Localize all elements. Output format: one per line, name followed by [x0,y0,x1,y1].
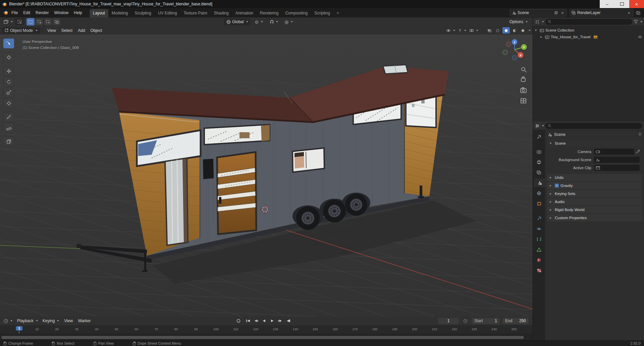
transform-orientation-dropdown[interactable]: Global [224,18,251,25]
timeline-marker-menu[interactable]: Marker [75,317,93,325]
workspace-tab-compositing[interactable]: Compositing [282,9,311,17]
select-mode-subtract-button[interactable] [44,18,52,26]
gravity-checkbox[interactable]: ✓ [555,184,559,188]
outliner-row-collection[interactable]: ▸ Tiny_House_for_Travel [533,34,644,40]
remove-view-layer-icon[interactable]: × [627,10,631,15]
workspace-tab-rendering[interactable]: Rendering [257,9,282,17]
scene-selector[interactable]: Scene × [510,9,567,16]
outliner-searchbox[interactable] [545,19,632,25]
properties-tab-texture[interactable] [534,266,544,275]
shading-wireframe-button[interactable]: ○ [494,27,501,34]
menu-window[interactable]: Window [51,8,71,17]
menu-render[interactable]: Render [33,8,51,17]
outliner-search-input[interactable] [553,19,630,24]
minimize-button[interactable]: – [600,0,614,8]
cursor-tool-button[interactable] [3,52,14,62]
select-mode-extend-button[interactable] [35,18,43,26]
play-reverse-button[interactable] [260,318,268,324]
menu-edit[interactable]: Edit [20,8,33,17]
timeline-ruler[interactable]: 1 10203040506070809010011012013014015016… [0,325,533,334]
timeline-track-area[interactable] [0,334,533,340]
workspace-tab-modeling[interactable]: Modeling [108,9,131,17]
properties-tab-constraints[interactable] [534,235,544,243]
scene-section-header[interactable]: ▾Scene [547,140,642,147]
frame-end-field[interactable]: End250 [502,318,529,324]
keying-menu[interactable]: Keying [40,317,62,324]
scale-tool-button[interactable] [3,88,14,97]
viewport-menu-view[interactable]: View [45,27,59,35]
gizmo-x-label[interactable]: X [520,54,522,57]
add-workspace-button[interactable]: + [333,9,342,17]
workspace-tab-texture-paint[interactable]: Texture Paint [180,9,211,17]
gizmo-z-label[interactable]: Z [514,41,516,44]
shading-solid-button[interactable]: ● [502,27,510,34]
3d-viewport-canvas[interactable]: Z X Y [0,35,533,316]
properties-tab-tool[interactable] [534,133,544,141]
outliner-row-scene-collection[interactable]: ▾ Scene Collection [533,27,644,34]
shading-dropdown-caret[interactable] [529,30,531,31]
filter-icon[interactable] [634,20,638,24]
play-button[interactable] [268,318,276,324]
units-section[interactable]: ▸Units [547,174,642,181]
properties-tab-object[interactable] [534,200,544,208]
add-cube-tool-button[interactable] [3,137,14,146]
breadcrumb-scene[interactable]: Scene [554,132,566,137]
proportional-editing-dropdown[interactable]: ◎ [282,18,295,25]
workspace-tab-layout[interactable]: Layout [90,9,108,17]
properties-search-input[interactable] [553,123,640,128]
gravity-section[interactable]: ▸ ✓ Gravity [547,182,642,189]
blender-menu-icon[interactable] [3,10,9,15]
eyedropper-icon[interactable] [636,150,640,154]
snapping-dropdown[interactable] [267,18,280,25]
keying-sets-section[interactable]: ▸Keying Sets [547,190,642,197]
editor-type-button[interactable] [1,18,15,25]
frame-start-field[interactable]: Start1 [472,318,500,324]
properties-tab-material[interactable] [534,256,544,264]
workspace-tab-scripting[interactable]: Scripting [311,9,333,17]
custom-properties-section[interactable]: ▸Custom Properties [547,214,642,221]
viewport-menu-select[interactable]: Select [59,27,75,35]
viewport-menu-object[interactable]: Object [88,27,105,35]
workspace-tab-sculpting[interactable]: Sculpting [131,9,155,17]
measure-tool-button[interactable] [3,123,14,133]
menu-file[interactable]: File [9,8,20,17]
workspace-tab-animation[interactable]: Animation [232,9,257,17]
menu-help[interactable]: Help [71,8,85,17]
previous-keyframe-button[interactable] [252,318,260,324]
active-clip-field[interactable] [594,165,640,171]
mode-dropdown[interactable]: Object Mode [2,27,40,34]
pivot-point-dropdown[interactable]: ⊙ [253,18,265,25]
properties-tab-view-layer[interactable] [534,168,544,177]
properties-tab-render[interactable] [534,148,544,156]
rigid-body-world-section[interactable]: ▸Rigid Body World [547,206,642,213]
properties-editor-caret[interactable] [542,125,544,127]
properties-tab-physics[interactable] [534,225,544,233]
overlays-dropdown[interactable] [468,27,479,34]
properties-tab-world[interactable] [534,189,544,197]
new-scene-button[interactable] [554,10,558,15]
use-preview-range-button[interactable] [462,318,469,324]
current-frame-field[interactable]: 1 [438,318,459,324]
options-dropdown[interactable]: Options [507,18,530,25]
shading-material-button[interactable]: ◐ [511,27,518,34]
viewport-menu-add[interactable]: Add [75,27,88,35]
gizmos-dropdown[interactable] [457,27,467,34]
filter-caret[interactable] [640,21,642,22]
properties-searchbox[interactable] [545,123,642,129]
properties-tab-modifiers[interactable] [534,214,544,223]
properties-editor-icon[interactable] [535,124,540,128]
jump-to-start-button[interactable] [244,318,252,324]
jump-to-end-button[interactable] [284,318,292,324]
view-layers-stack-icon[interactable] [636,11,641,15]
outliner-editor-caret[interactable] [542,21,544,22]
auto-keying-button[interactable] [235,318,242,324]
visibility-dropdown[interactable] [445,27,456,34]
camera-field[interactable] [594,149,634,155]
timeline-editor-type-button[interactable] [1,317,15,324]
active-tool-select-box[interactable] [15,18,24,25]
maximize-button[interactable] [614,0,629,8]
properties-tab-scene[interactable] [534,179,545,187]
pin-icon[interactable] [638,133,642,137]
timeline-view-menu[interactable]: View [61,317,75,325]
select-mode-new-button[interactable] [26,18,35,26]
